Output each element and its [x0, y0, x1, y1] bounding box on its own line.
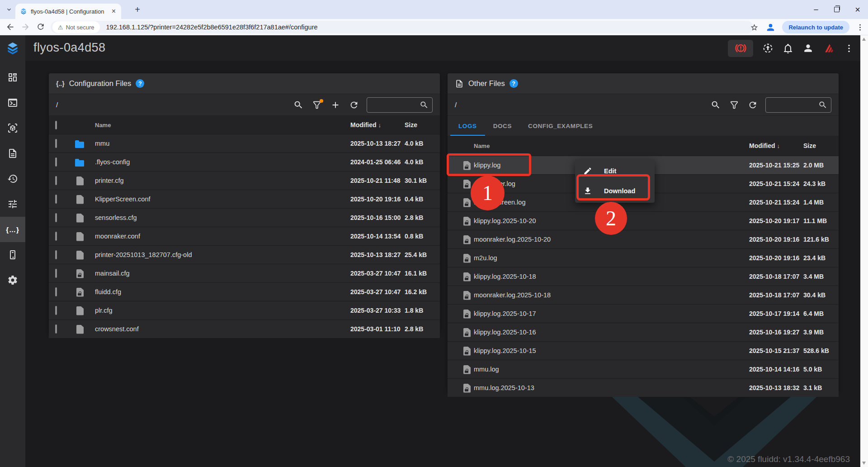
- sidebar-item-console[interactable]: [0, 90, 25, 115]
- config-file-row[interactable]: mainsail.cfg 2025-03-27 10:47 16.1 kB: [49, 264, 440, 282]
- config-panel-toolbar: /: [49, 94, 440, 116]
- column-modified[interactable]: Modified↓: [749, 142, 803, 149]
- row-checkbox[interactable]: [49, 177, 70, 184]
- sidebar-item-tune[interactable]: [0, 191, 25, 217]
- config-file-row[interactable]: .flyos-config 2024-01-25 06:46 4.0 kB: [49, 152, 440, 171]
- emergency-stop-button[interactable]: [728, 40, 753, 57]
- file-size: 3.4 MB: [803, 273, 839, 280]
- config-file-row[interactable]: KlipperScreen.conf 2025-10-20 19:16 0.4 …: [49, 190, 440, 208]
- config-search-input[interactable]: [367, 97, 433, 113]
- file-icon: [455, 79, 464, 88]
- window-close-button[interactable]: ×: [847, 0, 868, 19]
- not-secure-chip[interactable]: ⚠ Not secure: [52, 21, 100, 33]
- fly-brand-icon[interactable]: [823, 42, 835, 54]
- tab-docs[interactable]: DOCS: [485, 116, 520, 136]
- forward-icon[interactable]: [21, 22, 30, 32]
- config-file-row[interactable]: mmu 2025-10-13 18:27 4.0 kB: [49, 134, 440, 152]
- config-add-file-icon[interactable]: [330, 100, 340, 110]
- back-icon[interactable]: [5, 22, 15, 32]
- file-size: 4.0 kB: [405, 158, 440, 166]
- help-icon[interactable]: ?: [136, 79, 144, 88]
- new-tab-button[interactable]: +: [132, 4, 143, 15]
- other-file-row[interactable]: mmu.log.2025-10-13 2025-10-13 18:32 3.1 …: [448, 378, 839, 397]
- row-checkbox[interactable]: [49, 214, 70, 221]
- select-all-checkbox[interactable]: [49, 122, 70, 129]
- config-file-row[interactable]: printer-20251013_182707.cfg-old 2025-10-…: [49, 245, 440, 264]
- other-file-row[interactable]: klippy.log.2025-10-18 2025-10-18 17:07 3…: [448, 267, 839, 286]
- sidebar-item-settings[interactable]: [0, 267, 25, 293]
- page-scrollbar[interactable]: [860, 35, 868, 467]
- config-filter-icon[interactable]: [312, 100, 322, 110]
- other-refresh-icon[interactable]: [748, 100, 758, 110]
- row-checkbox[interactable]: [49, 195, 70, 203]
- row-checkbox[interactable]: [49, 288, 70, 295]
- other-file-row[interactable]: mmu.log 2025-10-14 14:16 5.0 kB: [448, 360, 839, 378]
- other-file-row[interactable]: moonraker.log.2025-10-20 2025-10-20 19:1…: [448, 230, 839, 248]
- column-size[interactable]: Size: [803, 142, 839, 149]
- browser-menu-icon[interactable]: [856, 23, 864, 32]
- sidebar-item-history[interactable]: [0, 166, 25, 191]
- config-file-row[interactable]: fluidd.cfg 2025-03-27 10:47 16.2 kB: [49, 282, 440, 301]
- other-filter-icon[interactable]: [729, 100, 739, 110]
- other-file-row[interactable]: klippy.log.2025-10-20 2025-10-20 19:17 1…: [448, 211, 839, 230]
- other-file-row[interactable]: moonraker.log.2025-10-18 2025-10-18 17:0…: [448, 286, 839, 304]
- file-modified: 2025-03-01 11:10: [350, 325, 405, 333]
- sidebar-item-gcode-preview[interactable]: [0, 115, 25, 141]
- file-name: mmu.log: [474, 366, 749, 373]
- warning-icon: ⚠: [58, 24, 63, 31]
- column-modified[interactable]: Modified↓: [350, 121, 405, 129]
- other-file-row[interactable]: klippy.log.2025-10-15 2025-10-15 21:37 5…: [448, 341, 839, 360]
- other-file-row[interactable]: m2u.log 2025-10-20 19:16 23.4 kB: [448, 248, 839, 267]
- row-checkbox[interactable]: [49, 140, 70, 147]
- other-search-input[interactable]: [765, 97, 831, 113]
- row-checkbox[interactable]: [49, 325, 70, 333]
- row-checkbox[interactable]: [49, 307, 70, 314]
- file-modified: 2025-10-21 15:25: [749, 162, 803, 169]
- row-checkbox[interactable]: [49, 270, 70, 277]
- help-icon[interactable]: ?: [509, 79, 518, 88]
- sidebar-item-dashboard[interactable]: [0, 65, 25, 90]
- bookmark-star-icon[interactable]: [750, 23, 759, 32]
- config-file-row[interactable]: crowsnest.conf 2025-03-01 11:10 2.8 kB: [49, 319, 440, 338]
- other-file-row[interactable]: klippy.log.2025-10-17 2025-10-17 19:14 6…: [448, 304, 839, 323]
- row-checkbox[interactable]: [49, 251, 70, 258]
- sidebar-item-jobs[interactable]: [0, 141, 25, 166]
- header-menu-icon[interactable]: [844, 43, 854, 53]
- sidebar-item-system[interactable]: [0, 242, 25, 267]
- row-checkbox[interactable]: [49, 233, 70, 240]
- config-file-row[interactable]: printer.cfg 2025-10-21 11:48 30.1 kB: [49, 171, 440, 190]
- file-modified: 2025-10-14 14:16: [749, 366, 803, 373]
- scroll-down-icon[interactable]: [862, 462, 866, 465]
- tab-search-chevron-icon[interactable]: [5, 6, 13, 13]
- scroll-up-icon[interactable]: [862, 38, 866, 41]
- tab-close-icon[interactable]: ×: [111, 8, 117, 15]
- file-name: klippy.log.2025-10-15: [474, 347, 749, 354]
- config-file-row[interactable]: moonraker.conf 2025-10-14 13:54 0.8 kB: [49, 227, 440, 245]
- sidebar-item-configure[interactable]: {…}: [0, 217, 25, 242]
- fluidd-logo-icon[interactable]: [0, 35, 25, 61]
- column-size[interactable]: Size: [405, 121, 440, 129]
- user-account-icon[interactable]: [802, 43, 814, 54]
- window-minimize-button[interactable]: –: [806, 0, 826, 19]
- file-name: moonraker.conf: [95, 233, 350, 240]
- browser-profile-icon[interactable]: [765, 22, 776, 33]
- tab-config-examples[interactable]: CONFIG_EXAMPLES: [520, 116, 601, 136]
- notifications-bell-icon[interactable]: [783, 43, 793, 54]
- column-name[interactable]: Name: [95, 122, 350, 129]
- config-file-row[interactable]: plr.cfg 2025-03-27 10:33 1.8 kB: [49, 301, 440, 319]
- other-file-row[interactable]: klippy.log.2025-10-16 2025-10-16 19:27 3…: [448, 323, 839, 341]
- column-name[interactable]: Name: [474, 143, 749, 149]
- update-status-icon[interactable]: [762, 43, 774, 54]
- row-checkbox[interactable]: [49, 158, 70, 166]
- config-file-row[interactable]: sensorless.cfg 2025-10-16 15:00 2.8 kB: [49, 208, 440, 227]
- config-refresh-icon[interactable]: [349, 100, 359, 110]
- address-bar[interactable]: ⚠ Not secure 192.168.1.125/?printer=2428…: [51, 21, 753, 33]
- config-search-icon[interactable]: [293, 100, 303, 110]
- browser-tab[interactable]: flyos-0a4d58 | Configuration ×: [15, 4, 121, 19]
- file-modified: 2025-03-27 10:47: [350, 288, 405, 295]
- reload-icon[interactable]: [36, 22, 45, 31]
- window-restore-button[interactable]: [826, 0, 847, 19]
- relaunch-update-button[interactable]: Relaunch to update: [782, 21, 849, 33]
- tab-logs[interactable]: LOGS: [450, 116, 485, 136]
- other-search-icon[interactable]: [711, 100, 721, 110]
